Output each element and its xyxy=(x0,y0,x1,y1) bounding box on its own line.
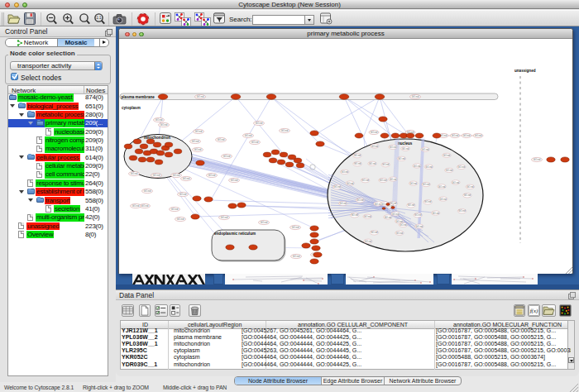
svg-text:GO-nd: GO-nd xyxy=(371,131,378,134)
svg-text:GO-nd: GO-nd xyxy=(438,185,446,189)
svg-text:GO-nd: GO-nd xyxy=(131,172,138,175)
svg-text:GO-nd: GO-nd xyxy=(221,216,228,219)
svg-text:GO-nd: GO-nd xyxy=(339,202,347,205)
svg-text:GO-nd: GO-nd xyxy=(361,179,369,182)
svg-text:1:1: 1:1 xyxy=(96,16,102,20)
svg-text:GO-nd: GO-nd xyxy=(261,221,268,224)
svg-text:GO-nd: GO-nd xyxy=(424,200,432,203)
svg-text:GO-nd: GO-nd xyxy=(334,185,342,189)
svg-text:GO-nd: GO-nd xyxy=(351,213,358,217)
svg-text:GO-nd: GO-nd xyxy=(425,165,433,169)
svg-text:mitochondrion: mitochondrion xyxy=(144,136,170,140)
svg-text:GO-nd: GO-nd xyxy=(371,145,379,148)
svg-text:GO-nd: GO-nd xyxy=(153,174,160,177)
svg-text:GO-nd: GO-nd xyxy=(369,162,376,165)
svg-text:GO-nd: GO-nd xyxy=(440,198,447,201)
svg-text:GO-nd: GO-nd xyxy=(534,158,541,161)
svg-text:GO-nd: GO-nd xyxy=(422,148,429,151)
svg-text:unassigned: unassigned xyxy=(514,69,536,73)
svg-text:GO-nd: GO-nd xyxy=(251,141,259,144)
svg-text:GO-nd: GO-nd xyxy=(245,134,252,137)
svg-text:GO-nd: GO-nd xyxy=(423,183,430,186)
svg-text:GO-nd: GO-nd xyxy=(410,182,418,185)
svg-text:GO-nd: GO-nd xyxy=(414,213,422,217)
svg-text:GO-nd: GO-nd xyxy=(464,194,471,197)
svg-text:GO-nd: GO-nd xyxy=(371,231,378,234)
svg-text:nucleus: nucleus xyxy=(398,141,413,146)
svg-text:GO-nd: GO-nd xyxy=(398,157,405,160)
svg-text:GO-nd: GO-nd xyxy=(400,223,407,227)
svg-text:GO-nd: GO-nd xyxy=(446,169,453,172)
svg-text:f(x): f(x) xyxy=(530,308,538,314)
svg-text:GO-nd: GO-nd xyxy=(385,216,392,219)
svg-text:GO-nd: GO-nd xyxy=(402,147,409,151)
svg-text:GO-nd: GO-nd xyxy=(192,140,199,143)
svg-text:GO-nd: GO-nd xyxy=(475,134,482,137)
svg-text:GO-nd: GO-nd xyxy=(256,122,263,125)
svg-text:GO-nd: GO-nd xyxy=(356,198,364,202)
svg-text:GO-nd: GO-nd xyxy=(443,154,451,157)
svg-text:plasma membrane: plasma membrane xyxy=(122,95,156,99)
svg-text:GO-nd: GO-nd xyxy=(183,177,190,180)
svg-text:GO-nd: GO-nd xyxy=(452,181,460,184)
svg-text:GO-nd: GO-nd xyxy=(396,232,404,235)
svg-text:GO-nd: GO-nd xyxy=(412,95,419,98)
svg-text:GO-nd: GO-nd xyxy=(380,179,387,182)
svg-text:GO-nd: GO-nd xyxy=(458,209,466,213)
svg-text:endoplasmic reticulum: endoplasmic reticulum xyxy=(214,232,256,236)
svg-text:GO-nd: GO-nd xyxy=(231,179,238,182)
svg-text:GO-nd: GO-nd xyxy=(218,138,225,141)
svg-text:GO-nd: GO-nd xyxy=(463,134,471,137)
svg-text:GO-nd: GO-nd xyxy=(177,218,184,221)
svg-text:GO-nd: GO-nd xyxy=(293,255,300,258)
svg-text:GO-nd: GO-nd xyxy=(416,225,423,228)
svg-text:GO-nd: GO-nd xyxy=(432,212,439,215)
svg-text:GO-nd: GO-nd xyxy=(382,163,390,166)
svg-text:GO-nd: GO-nd xyxy=(208,174,216,177)
svg-text:GO-nd: GO-nd xyxy=(197,95,204,98)
svg-text:GO-nd: GO-nd xyxy=(156,118,163,122)
svg-text:GO-nd: GO-nd xyxy=(347,182,354,185)
svg-text:GO-nd: GO-nd xyxy=(292,226,299,229)
svg-text:GO-nd: GO-nd xyxy=(281,129,289,132)
svg-text:GO-nd: GO-nd xyxy=(173,174,180,177)
svg-text:GO-nd: GO-nd xyxy=(341,170,348,174)
svg-text:GO-nd: GO-nd xyxy=(365,240,372,243)
svg-text:GO-nd: GO-nd xyxy=(354,162,361,165)
svg-text:GO-nd: GO-nd xyxy=(354,154,361,157)
svg-text:GO-nd: GO-nd xyxy=(452,134,459,137)
svg-text:GO-nd: GO-nd xyxy=(160,123,168,127)
svg-text:GO-nd: GO-nd xyxy=(414,165,421,168)
svg-text:cytoplasm: cytoplasm xyxy=(122,106,141,110)
svg-text:GO-nd: GO-nd xyxy=(171,208,179,211)
svg-text:GO-nd: GO-nd xyxy=(141,204,149,208)
svg-text:GO-nd: GO-nd xyxy=(132,204,140,208)
svg-text:GO-nd: GO-nd xyxy=(223,155,231,158)
svg-text:GO-nd: GO-nd xyxy=(390,146,397,149)
svg-text:GO-nd: GO-nd xyxy=(179,193,187,196)
svg-text:GO-nd: GO-nd xyxy=(392,213,400,216)
svg-text:GO-nd: GO-nd xyxy=(144,189,151,193)
svg-text:GO-nd: GO-nd xyxy=(467,185,474,189)
svg-text:GO-nd: GO-nd xyxy=(194,148,202,151)
svg-text:GO-nd: GO-nd xyxy=(195,130,203,133)
svg-text:GO-nd: GO-nd xyxy=(364,215,371,218)
svg-text:GO-nd: GO-nd xyxy=(458,165,466,169)
svg-text:GO-nd: GO-nd xyxy=(390,178,397,181)
svg-text:GO-nd: GO-nd xyxy=(408,203,415,207)
